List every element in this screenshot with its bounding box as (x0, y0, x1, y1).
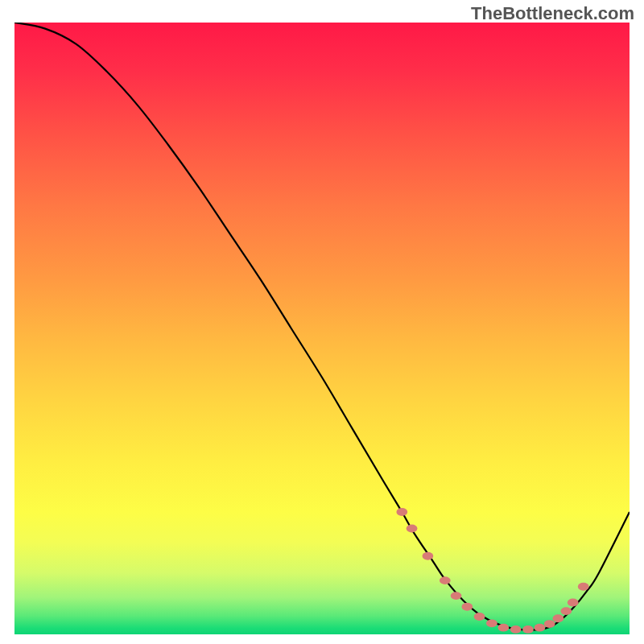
chart-marker (396, 508, 407, 516)
chart-svg (14, 23, 630, 634)
chart-marker (440, 576, 451, 584)
watermark-text: TheBottleneck.com (471, 3, 634, 24)
chart-marker (498, 624, 510, 632)
chart-marker (553, 614, 564, 622)
chart-curve (14, 23, 630, 630)
chart-marker (578, 583, 589, 591)
chart-marker (474, 613, 485, 621)
chart-marker (535, 624, 546, 632)
chart-marker (407, 525, 418, 533)
chart-marker (510, 625, 522, 634)
chart-marker (522, 625, 534, 634)
chart-marker (461, 603, 473, 611)
chart-marker-group (396, 508, 588, 634)
chart-marker (568, 599, 579, 607)
chart-marker (486, 619, 497, 627)
chart-marker (451, 592, 462, 600)
chart-marker (560, 607, 572, 615)
chart-marker (423, 552, 434, 560)
chart-plot-area (14, 23, 630, 634)
chart-marker (544, 620, 555, 628)
